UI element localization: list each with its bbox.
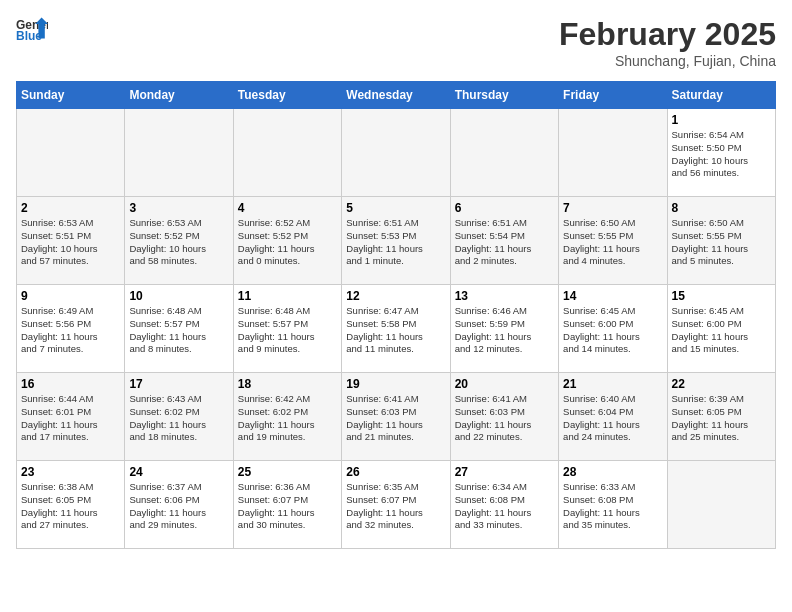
day-number: 10 — [129, 289, 228, 303]
day-number: 6 — [455, 201, 554, 215]
week-row-2: 2Sunrise: 6:53 AM Sunset: 5:51 PM Daylig… — [17, 197, 776, 285]
week-row-5: 23Sunrise: 6:38 AM Sunset: 6:05 PM Dayli… — [17, 461, 776, 549]
day-info: Sunrise: 6:33 AM Sunset: 6:08 PM Dayligh… — [563, 481, 662, 532]
logo-icon: General Blue — [16, 16, 48, 44]
month-title: February 2025 — [559, 16, 776, 53]
day-cell — [667, 461, 775, 549]
weekday-header-sunday: Sunday — [17, 82, 125, 109]
day-cell: 14Sunrise: 6:45 AM Sunset: 6:00 PM Dayli… — [559, 285, 667, 373]
day-number: 15 — [672, 289, 771, 303]
day-info: Sunrise: 6:50 AM Sunset: 5:55 PM Dayligh… — [563, 217, 662, 268]
day-number: 12 — [346, 289, 445, 303]
day-number: 24 — [129, 465, 228, 479]
day-cell: 3Sunrise: 6:53 AM Sunset: 5:52 PM Daylig… — [125, 197, 233, 285]
day-info: Sunrise: 6:49 AM Sunset: 5:56 PM Dayligh… — [21, 305, 120, 356]
svg-text:Blue: Blue — [16, 29, 42, 43]
weekday-header-friday: Friday — [559, 82, 667, 109]
day-info: Sunrise: 6:46 AM Sunset: 5:59 PM Dayligh… — [455, 305, 554, 356]
week-row-3: 9Sunrise: 6:49 AM Sunset: 5:56 PM Daylig… — [17, 285, 776, 373]
day-info: Sunrise: 6:39 AM Sunset: 6:05 PM Dayligh… — [672, 393, 771, 444]
day-cell: 10Sunrise: 6:48 AM Sunset: 5:57 PM Dayli… — [125, 285, 233, 373]
day-number: 14 — [563, 289, 662, 303]
day-number: 17 — [129, 377, 228, 391]
day-number: 27 — [455, 465, 554, 479]
day-number: 26 — [346, 465, 445, 479]
day-cell — [233, 109, 341, 197]
day-cell: 12Sunrise: 6:47 AM Sunset: 5:58 PM Dayli… — [342, 285, 450, 373]
day-cell: 4Sunrise: 6:52 AM Sunset: 5:52 PM Daylig… — [233, 197, 341, 285]
day-number: 5 — [346, 201, 445, 215]
day-number: 3 — [129, 201, 228, 215]
day-cell: 16Sunrise: 6:44 AM Sunset: 6:01 PM Dayli… — [17, 373, 125, 461]
day-number: 22 — [672, 377, 771, 391]
day-number: 18 — [238, 377, 337, 391]
day-info: Sunrise: 6:48 AM Sunset: 5:57 PM Dayligh… — [129, 305, 228, 356]
day-number: 16 — [21, 377, 120, 391]
week-row-1: 1Sunrise: 6:54 AM Sunset: 5:50 PM Daylig… — [17, 109, 776, 197]
day-info: Sunrise: 6:40 AM Sunset: 6:04 PM Dayligh… — [563, 393, 662, 444]
day-info: Sunrise: 6:35 AM Sunset: 6:07 PM Dayligh… — [346, 481, 445, 532]
day-cell: 24Sunrise: 6:37 AM Sunset: 6:06 PM Dayli… — [125, 461, 233, 549]
day-info: Sunrise: 6:41 AM Sunset: 6:03 PM Dayligh… — [455, 393, 554, 444]
day-cell: 20Sunrise: 6:41 AM Sunset: 6:03 PM Dayli… — [450, 373, 558, 461]
day-number: 21 — [563, 377, 662, 391]
day-info: Sunrise: 6:45 AM Sunset: 6:00 PM Dayligh… — [563, 305, 662, 356]
day-number: 9 — [21, 289, 120, 303]
day-cell: 26Sunrise: 6:35 AM Sunset: 6:07 PM Dayli… — [342, 461, 450, 549]
day-info: Sunrise: 6:37 AM Sunset: 6:06 PM Dayligh… — [129, 481, 228, 532]
day-info: Sunrise: 6:53 AM Sunset: 5:52 PM Dayligh… — [129, 217, 228, 268]
day-cell: 28Sunrise: 6:33 AM Sunset: 6:08 PM Dayli… — [559, 461, 667, 549]
header-row: SundayMondayTuesdayWednesdayThursdayFrid… — [17, 82, 776, 109]
day-number: 11 — [238, 289, 337, 303]
day-cell: 5Sunrise: 6:51 AM Sunset: 5:53 PM Daylig… — [342, 197, 450, 285]
day-info: Sunrise: 6:44 AM Sunset: 6:01 PM Dayligh… — [21, 393, 120, 444]
day-info: Sunrise: 6:50 AM Sunset: 5:55 PM Dayligh… — [672, 217, 771, 268]
day-info: Sunrise: 6:42 AM Sunset: 6:02 PM Dayligh… — [238, 393, 337, 444]
day-info: Sunrise: 6:41 AM Sunset: 6:03 PM Dayligh… — [346, 393, 445, 444]
day-info: Sunrise: 6:45 AM Sunset: 6:00 PM Dayligh… — [672, 305, 771, 356]
day-cell: 13Sunrise: 6:46 AM Sunset: 5:59 PM Dayli… — [450, 285, 558, 373]
day-info: Sunrise: 6:47 AM Sunset: 5:58 PM Dayligh… — [346, 305, 445, 356]
day-number: 1 — [672, 113, 771, 127]
day-number: 20 — [455, 377, 554, 391]
day-cell: 2Sunrise: 6:53 AM Sunset: 5:51 PM Daylig… — [17, 197, 125, 285]
day-info: Sunrise: 6:52 AM Sunset: 5:52 PM Dayligh… — [238, 217, 337, 268]
day-info: Sunrise: 6:51 AM Sunset: 5:53 PM Dayligh… — [346, 217, 445, 268]
day-cell: 21Sunrise: 6:40 AM Sunset: 6:04 PM Dayli… — [559, 373, 667, 461]
weekday-header-wednesday: Wednesday — [342, 82, 450, 109]
day-cell: 18Sunrise: 6:42 AM Sunset: 6:02 PM Dayli… — [233, 373, 341, 461]
day-cell: 25Sunrise: 6:36 AM Sunset: 6:07 PM Dayli… — [233, 461, 341, 549]
day-cell: 9Sunrise: 6:49 AM Sunset: 5:56 PM Daylig… — [17, 285, 125, 373]
day-number: 28 — [563, 465, 662, 479]
day-cell — [450, 109, 558, 197]
calendar-table: SundayMondayTuesdayWednesdayThursdayFrid… — [16, 81, 776, 549]
day-cell: 6Sunrise: 6:51 AM Sunset: 5:54 PM Daylig… — [450, 197, 558, 285]
day-cell: 19Sunrise: 6:41 AM Sunset: 6:03 PM Dayli… — [342, 373, 450, 461]
header: General Blue February 2025 Shunchang, Fu… — [16, 16, 776, 69]
day-cell: 8Sunrise: 6:50 AM Sunset: 5:55 PM Daylig… — [667, 197, 775, 285]
day-cell: 7Sunrise: 6:50 AM Sunset: 5:55 PM Daylig… — [559, 197, 667, 285]
day-cell: 11Sunrise: 6:48 AM Sunset: 5:57 PM Dayli… — [233, 285, 341, 373]
day-number: 19 — [346, 377, 445, 391]
location-subtitle: Shunchang, Fujian, China — [559, 53, 776, 69]
day-cell: 17Sunrise: 6:43 AM Sunset: 6:02 PM Dayli… — [125, 373, 233, 461]
day-cell — [342, 109, 450, 197]
weekday-header-tuesday: Tuesday — [233, 82, 341, 109]
day-cell — [559, 109, 667, 197]
day-info: Sunrise: 6:34 AM Sunset: 6:08 PM Dayligh… — [455, 481, 554, 532]
day-cell — [125, 109, 233, 197]
day-number: 13 — [455, 289, 554, 303]
day-cell: 1Sunrise: 6:54 AM Sunset: 5:50 PM Daylig… — [667, 109, 775, 197]
day-info: Sunrise: 6:36 AM Sunset: 6:07 PM Dayligh… — [238, 481, 337, 532]
day-info: Sunrise: 6:43 AM Sunset: 6:02 PM Dayligh… — [129, 393, 228, 444]
day-number: 4 — [238, 201, 337, 215]
day-cell — [17, 109, 125, 197]
day-info: Sunrise: 6:48 AM Sunset: 5:57 PM Dayligh… — [238, 305, 337, 356]
day-info: Sunrise: 6:38 AM Sunset: 6:05 PM Dayligh… — [21, 481, 120, 532]
day-info: Sunrise: 6:51 AM Sunset: 5:54 PM Dayligh… — [455, 217, 554, 268]
day-number: 2 — [21, 201, 120, 215]
day-cell: 27Sunrise: 6:34 AM Sunset: 6:08 PM Dayli… — [450, 461, 558, 549]
day-number: 23 — [21, 465, 120, 479]
weekday-header-saturday: Saturday — [667, 82, 775, 109]
logo: General Blue — [16, 16, 48, 44]
